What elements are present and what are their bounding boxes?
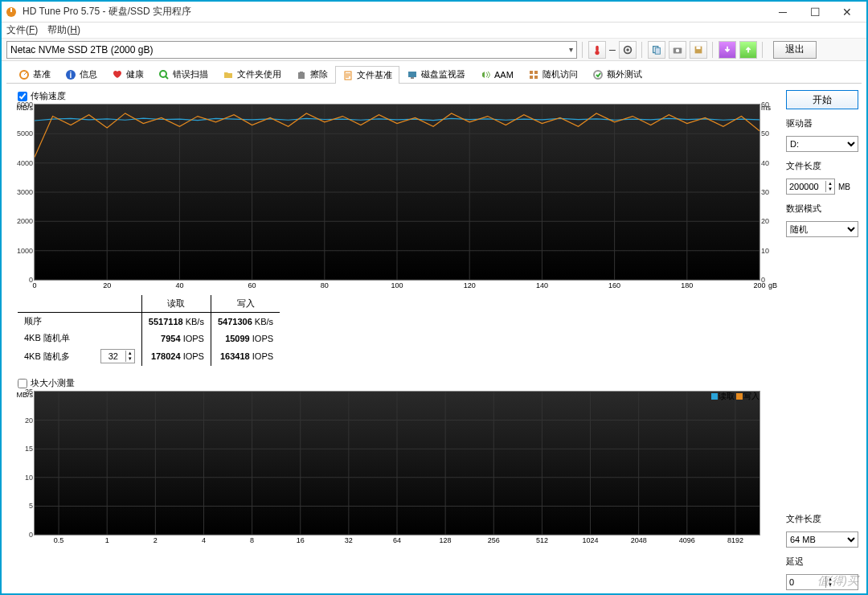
drive-select[interactable]: Netac NVMe SSD 2TB (2000 gB) ▾ (6, 41, 577, 59)
result-row-label: 顺序 (18, 313, 94, 330)
result-row-label: 4KB 随机单 (18, 330, 94, 347)
chevron-down-icon: ▾ (569, 45, 573, 54)
drive-select-value: Netac NVMe SSD 2TB (2000 gB) (10, 44, 153, 55)
copy-button[interactable] (648, 41, 665, 59)
tab-random-access[interactable]: 随机访问 (521, 65, 585, 83)
svg-text:i: i (70, 71, 72, 80)
tab-bar: 基准 i信息 健康 错误扫描 文件夹使用 擦除 文件基准 磁盘监视器 AAM 随… (6, 64, 862, 84)
label-data-mode: 数据模式 (786, 203, 858, 215)
input-delay[interactable]: ▲▼ (786, 574, 858, 590)
svg-rect-1 (10, 8, 12, 12)
label-delay: 延迟 (786, 556, 858, 568)
side-panel: 开始 驱动器 D: 文件长度 ▲▼ MB 数据模式 随机 文件长度 64 MB … (786, 88, 858, 590)
minimize-button[interactable]: ─ (767, 2, 799, 22)
svg-rect-23 (534, 76, 538, 79)
temp-sep: ─ (609, 45, 616, 55)
toolbar: Netac NVMe SSD 2TB (2000 gB) ▾ ─ 退出 (2, 39, 866, 61)
svg-point-15 (160, 71, 166, 77)
result-write: 5471306 KB/s (211, 313, 280, 330)
result-read: 5517118 KB/s (141, 313, 211, 330)
select-data-mode[interactable]: 随机 (786, 221, 858, 237)
tab-disk-monitor[interactable]: 磁盘监视器 (399, 65, 473, 83)
tab-extra-tests[interactable]: 额外测试 (585, 65, 649, 83)
menu-bar: 文件(F) 帮助(H) (2, 23, 866, 39)
result-write: 163418 IOPS (211, 347, 280, 366)
result-read: 178024 IOPS (141, 347, 211, 366)
settings-button[interactable] (619, 41, 637, 59)
svg-rect-2 (596, 45, 599, 51)
result-row-label: 4KB 随机多 (18, 347, 94, 366)
svg-rect-21 (534, 71, 538, 74)
select-drive[interactable]: D: (786, 136, 858, 152)
chart-transfer-rate: MB/s ms gB 01000200030004000500060000102… (34, 104, 760, 281)
tab-error-scan[interactable]: 错误扫描 (151, 65, 215, 83)
app-icon (5, 6, 18, 18)
export-button[interactable] (739, 41, 757, 59)
svg-rect-7 (655, 47, 660, 54)
tab-folder-usage[interactable]: 文件夹使用 (215, 65, 289, 83)
svg-point-5 (626, 48, 629, 51)
window-title: HD Tune Pro 5.75 - 硬盘/SSD 实用程序 (23, 5, 767, 18)
label-file-length: 文件长度 (786, 160, 858, 172)
tab-erase[interactable]: 擦除 (289, 65, 335, 83)
svg-rect-20 (530, 71, 533, 74)
svg-point-3 (595, 50, 599, 54)
close-button[interactable]: ✕ (831, 2, 863, 22)
result-write: 15099 IOPS (211, 330, 280, 347)
checkbox-transfer-rate[interactable]: 传输速度 (18, 90, 778, 102)
title-bar: HD Tune Pro 5.75 - 硬盘/SSD 实用程序 ─ ☐ ✕ (2, 2, 866, 23)
temperature-button[interactable] (588, 41, 606, 59)
menu-help[interactable]: 帮助(H) (47, 23, 80, 37)
svg-rect-16 (298, 72, 305, 79)
chart2-legend: 读取 写入 (711, 391, 760, 402)
maximize-button[interactable]: ☐ (799, 2, 831, 22)
tab-file-benchmark[interactable]: 文件基准 (335, 66, 399, 84)
svg-rect-18 (408, 72, 416, 77)
checkbox-block-size[interactable]: 块大小测量 (18, 377, 778, 389)
svg-rect-22 (530, 76, 533, 79)
menu-file[interactable]: 文件(F) (6, 23, 38, 37)
tab-aam[interactable]: AAM (473, 66, 521, 83)
tab-info[interactable]: i信息 (58, 65, 104, 83)
chart-block-size: MB/s 读取 写入 05101520250.51248163264128256… (34, 391, 760, 536)
svg-rect-11 (696, 46, 700, 49)
label-file-length-2: 文件长度 (786, 513, 858, 525)
result-read: 7954 IOPS (141, 330, 211, 347)
select-file-length-2[interactable]: 64 MB (786, 531, 858, 548)
exit-button[interactable]: 退出 (773, 41, 817, 59)
results-table: 读取写入 顺序 5517118 KB/s 5471306 KB/s4KB 随机单… (18, 295, 778, 366)
svg-point-24 (594, 71, 602, 79)
svg-point-9 (676, 48, 679, 51)
label-drive: 驱动器 (786, 117, 858, 129)
input-file-length[interactable]: ▲▼ (786, 178, 835, 195)
load-button[interactable] (719, 41, 736, 59)
screenshot-button[interactable] (669, 41, 686, 59)
save-button[interactable] (690, 41, 707, 59)
spin-queue-depth[interactable]: ▲▼ (100, 349, 135, 363)
tab-health[interactable]: 健康 (104, 65, 151, 83)
svg-rect-19 (411, 77, 414, 79)
tab-benchmark[interactable]: 基准 (11, 65, 58, 83)
start-button[interactable]: 开始 (786, 90, 858, 109)
